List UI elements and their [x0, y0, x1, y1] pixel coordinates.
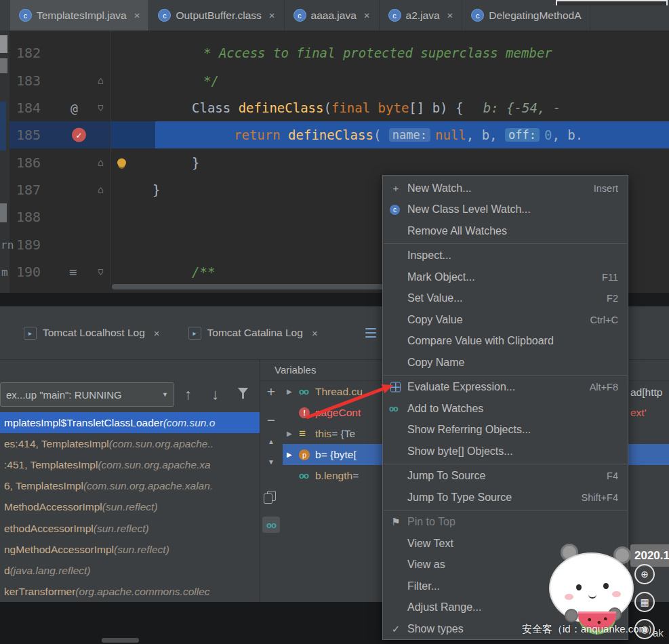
menu-item-copy-name[interactable]: Copy Name [383, 352, 628, 374]
editor-tab-templatesimpl[interactable]: c TemplatesImpl.java × [10, 0, 149, 31]
stack-frame[interactable]: kerTransformer (org.apache.commons.colle… [0, 582, 260, 603]
structure-marker-icon[interactable]: ≡ [69, 264, 77, 279]
stack-frame[interactable]: ethodAccessorImpl (sun.reflect) [0, 518, 260, 539]
edge-text-fragment: m [1, 266, 8, 279]
stack-frame[interactable]: mplatesImpl$TransletClassLoader (com.sun… [0, 412, 260, 433]
menu-item-new-watch[interactable]: +New Watch...Insert [383, 178, 628, 199]
code-text[interactable]: */ [110, 66, 669, 94]
gutter[interactable]: @ ⌂ [41, 94, 110, 121]
menu-item-compare-value-with-clipboard[interactable]: Compare Value with Clipboard [383, 331, 628, 353]
panda-eye-right [603, 583, 609, 589]
code-text[interactable]: Class defineClass(final byte[] b) { b: {… [110, 94, 669, 121]
close-icon[interactable]: × [447, 9, 453, 21]
close-icon[interactable]: × [269, 9, 275, 21]
gutter[interactable]: ✓ [41, 121, 110, 148]
frame-up-icon[interactable]: ↑ [184, 382, 192, 407]
expand-arrow-icon[interactable]: ▶ [287, 430, 299, 437]
close-icon[interactable]: × [364, 9, 370, 21]
code-line-182: 182 * Access to final protected supercla… [0, 39, 669, 66]
gutter[interactable] [41, 39, 110, 66]
expand-arrow-icon[interactable]: ▶ [287, 388, 299, 395]
fold-marker-icon[interactable]: ⌂ [98, 266, 104, 277]
menu-shortcut: Alt+F8 [576, 382, 618, 393]
editor-tab-a2[interactable]: c a2.java × [380, 0, 463, 31]
menu-shortcut: Ctrl+C [577, 315, 619, 325]
menu-shortcut: Shift+F4 [568, 492, 618, 503]
console-tab-tomcat-localhost-log[interactable]: ▸ Tomcat Localhost Log × [24, 327, 160, 340]
calculator-icon [390, 382, 401, 393]
class-icon: c [388, 9, 401, 22]
gutter[interactable] [41, 230, 110, 258]
code-text[interactable]: return defineClass( name:null, b, off:0,… [110, 121, 669, 148]
layout-menu-icon[interactable] [365, 328, 376, 338]
gutter[interactable]: ⌂ [41, 176, 110, 203]
version-badge: 2020.1 [630, 544, 669, 567]
menu-shortcut: F4 [593, 470, 618, 481]
panda-blush-right [612, 591, 621, 597]
gutter[interactable]: ≡ ⌂ [41, 258, 110, 285]
menu-item-show-referring-objects[interactable]: Show Referring Objects... [383, 420, 628, 441]
duplicate-icon[interactable] [267, 491, 276, 501]
menu-item-inspect[interactable]: Inspect... [383, 245, 628, 267]
stack-frame[interactable]: ngMethodAccessorImpl (sun.reflect) [0, 539, 260, 560]
parameter-icon: p [299, 449, 315, 460]
class-icon: c [293, 9, 306, 22]
tab-label: aaaa.java [311, 9, 357, 22]
menu-item-add-to-watches[interactable]: ooAdd to Watches [383, 398, 628, 420]
move-down-icon[interactable]: ▼ [260, 458, 283, 466]
close-icon[interactable]: × [312, 327, 318, 339]
menu-shortcut: F11 [588, 272, 618, 283]
gutter[interactable] [41, 203, 110, 230]
menu-item-remove-all-watches[interactable]: Remove All Watches [383, 220, 628, 242]
menu-item-copy-value[interactable]: Copy ValueCtrl+C [383, 309, 628, 331]
watermark-grid-icon: ▦ [634, 592, 655, 612]
gutter-separator [110, 31, 111, 285]
stack-frame[interactable]: :451, TemplatesImpl (com.sun.org.apache.… [0, 454, 260, 475]
editor-tab-aaaa[interactable]: c aaaa.java × [285, 0, 380, 31]
fold-marker-icon[interactable]: ⌂ [98, 157, 104, 167]
fold-marker-icon[interactable]: ⌂ [98, 102, 104, 113]
stack-frame[interactable]: MethodAccessorImpl (sun.reflect) [0, 497, 260, 518]
value-icon: ≡ [299, 427, 315, 441]
class-icon: c [19, 9, 32, 22]
show-watches-toggle[interactable]: oo [262, 517, 280, 533]
inline-debug-value: b: {-54, - [483, 100, 561, 115]
fold-marker-icon[interactable]: ⌂ [98, 75, 104, 85]
menu-item-show-byte-objects[interactable]: Show byte[] Objects... [383, 441, 628, 462]
remove-watch-icon[interactable]: − [260, 412, 283, 428]
panda-eye-left [576, 584, 582, 590]
intention-bulb-icon[interactable] [117, 158, 126, 167]
move-up-icon[interactable]: ▲ [260, 438, 283, 445]
panda-paw-left [565, 609, 578, 622]
gutter[interactable]: ⌂ [41, 66, 110, 94]
add-watch-icon: oo [389, 404, 398, 414]
stack-frame[interactable]: d (java.lang.reflect) [0, 560, 260, 581]
horizontal-scrollbar[interactable] [112, 284, 385, 289]
gutter[interactable]: ⌂ [41, 148, 110, 176]
close-icon[interactable]: × [154, 327, 160, 339]
code-text[interactable]: } [110, 148, 669, 176]
add-watch-icon[interactable]: + [260, 384, 283, 400]
stack-frame[interactable]: 6, TemplatesImpl (com.sun.org.apache.xal… [0, 476, 260, 497]
menu-item-set-value[interactable]: Set Value...F2 [383, 288, 628, 310]
check-icon: ✓ [390, 623, 402, 635]
frames-horizontal-scrollbar[interactable] [102, 638, 139, 643]
menu-item-new-class-level-watch[interactable]: cNew Class Level Watch... [383, 199, 628, 221]
editor-tab-outputbuffer[interactable]: c OutputBuffer.class × [149, 0, 284, 31]
fold-marker-icon[interactable]: ⌂ [98, 184, 104, 195]
menu-item-mark-object[interactable]: Mark Object...F11 [383, 266, 628, 288]
breakpoint-icon[interactable]: ✓ [72, 128, 86, 142]
edge-mark [0, 203, 7, 222]
console-tab-tomcat-catalina-log[interactable]: ▸ Tomcat Catalina Log × [188, 327, 318, 340]
menu-item-jump-to-source[interactable]: Jump To SourceF4 [383, 466, 628, 487]
popup-fragment [556, 0, 668, 5]
menu-item-jump-to-type-source[interactable]: Jump To Type SourceShift+F4 [383, 487, 628, 508]
code-text[interactable]: * Access to final protected superclass m… [110, 39, 669, 66]
close-icon[interactable]: × [134, 9, 140, 21]
expand-arrow-icon[interactable]: ▶ [287, 451, 299, 458]
plus-icon: + [390, 182, 402, 194]
menu-item-evaluate-expression[interactable]: Evaluate Expression...Alt+F8 [383, 377, 628, 399]
stack-frame[interactable]: es:414, TemplatesImpl (com.sun.org.apach… [0, 433, 260, 454]
thread-selector-dropdown[interactable]: ex...up "main": RUNNING ▼ [0, 382, 174, 407]
frame-down-icon[interactable]: ↓ [211, 382, 219, 407]
